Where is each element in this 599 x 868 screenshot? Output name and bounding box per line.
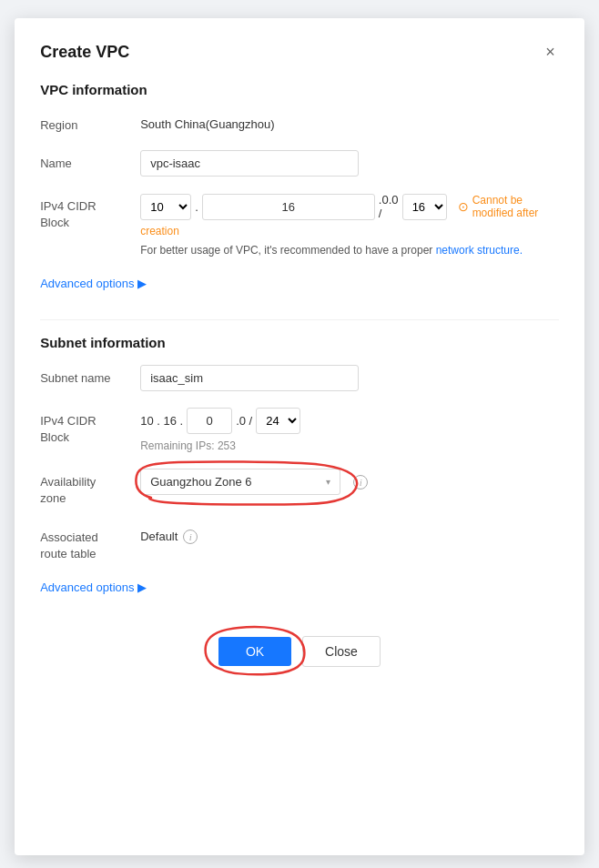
- subnet-cidr-prefix: 10 . 16 .: [140, 414, 183, 428]
- az-label: Availabilityzone: [40, 469, 140, 507]
- subnet-section-title: Subnet information: [40, 335, 559, 350]
- dot-2: .0.0 /: [379, 193, 399, 220]
- subnet-cidr-third-input[interactable]: [187, 408, 232, 434]
- name-row: Name: [40, 150, 559, 177]
- route-table-label: Associatedroute table: [40, 524, 140, 562]
- modal-header: Create VPC ×: [40, 40, 559, 64]
- vpc-cidr-row: IPv4 CIDRBlock 10 172 192 . .0.0 / 16 17…: [40, 193, 559, 258]
- vpc-cidr-mask-select[interactable]: 16 17 18 24 28: [402, 194, 447, 220]
- subnet-cidr-label: IPv4 CIDRBlock: [40, 408, 140, 446]
- create-vpc-modal: Create VPC × VPC information Region Sout…: [15, 18, 584, 855]
- network-structure-link[interactable]: network structure.: [436, 244, 523, 257]
- dot-1: .: [195, 200, 198, 214]
- cidr-info-text: For better usage of VPC, it's recommende…: [140, 242, 559, 258]
- vpc-section-title: VPC information: [40, 82, 559, 97]
- route-table-row: Associatedroute table Default i: [40, 524, 559, 562]
- modal-title: Create VPC: [40, 43, 129, 62]
- button-row: OK Close: [40, 636, 559, 667]
- route-table-value: Default i: [140, 524, 559, 544]
- ok-button[interactable]: OK: [218, 637, 291, 666]
- region-value: South China(Guangzhou): [140, 112, 559, 131]
- remaining-ips-text: Remaining IPs: 253: [140, 439, 559, 452]
- close-button[interactable]: Close: [302, 636, 381, 667]
- subnet-name-input[interactable]: [140, 365, 359, 391]
- vpc-advanced-options-btn[interactable]: Advanced options ▶: [40, 277, 147, 290]
- vpc-cidr-label: IPv4 CIDRBlock: [40, 193, 140, 231]
- az-select[interactable]: Guangzhou Zone 6 ▾: [140, 469, 340, 495]
- subnet-cidr-static: .0 /: [236, 414, 252, 428]
- error-text: Cannot be modified after: [472, 194, 559, 219]
- region-row: Region South China(Guangzhou): [40, 112, 559, 134]
- subnet-advanced-options-row: Advanced options ▶: [40, 579, 559, 609]
- vpc-info-section: VPC information Region South China(Guang…: [40, 82, 559, 305]
- vpc-cidr-inputs: 10 172 192 . .0.0 / 16 17 18 24 28: [140, 193, 559, 220]
- subnet-cidr-inputs: 10 . 16 . .0 / 24 25 26 27 28: [140, 408, 559, 434]
- subnet-cidr-mask-select[interactable]: 24 25 26 27 28: [256, 408, 300, 434]
- az-chevron-icon: ▾: [326, 477, 330, 487]
- az-row: Availabilityzone Guangzhou Zone 6 ▾ i: [40, 469, 559, 507]
- subnet-name-row: Subnet name: [40, 365, 559, 391]
- subnet-advanced-options-btn[interactable]: Advanced options ▶: [40, 580, 147, 594]
- name-label: Name: [40, 150, 140, 172]
- subnet-info-section: Subnet information Subnet name IPv4 CIDR…: [40, 335, 559, 609]
- route-info-icon[interactable]: i: [183, 530, 198, 544]
- vpc-name-input[interactable]: [140, 150, 359, 177]
- modal-close-button[interactable]: ×: [542, 40, 559, 64]
- vpc-cidr-first-select[interactable]: 10 172 192: [140, 194, 191, 220]
- error-text-line2: creation: [140, 225, 179, 237]
- error-icon: ⊙: [458, 199, 469, 214]
- vpc-advanced-options-row: Advanced options ▶: [40, 275, 559, 305]
- region-label: Region: [40, 112, 140, 134]
- az-select-wrapper: Guangzhou Zone 6 ▾: [140, 469, 340, 495]
- section-divider: [40, 319, 559, 320]
- vpc-cidr-second-input[interactable]: [202, 194, 375, 220]
- cidr-error-message: ⊙ Cannot be modified after: [458, 194, 559, 219]
- az-info-icon[interactable]: i: [353, 475, 368, 490]
- az-value: Guangzhou Zone 6: [150, 475, 251, 489]
- subnet-cidr-row: IPv4 CIDRBlock 10 . 16 . .0 / 24 25 26 2…: [40, 408, 559, 452]
- ok-button-wrapper: OK: [218, 637, 291, 666]
- subnet-name-label: Subnet name: [40, 365, 140, 387]
